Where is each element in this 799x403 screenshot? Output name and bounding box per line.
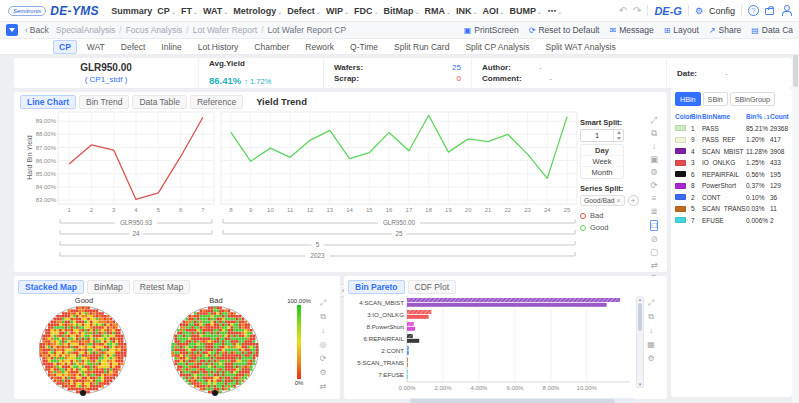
column-header-bin[interactable]: Bin <box>691 113 702 120</box>
select-box-icon[interactable]: □ <box>650 220 657 231</box>
breadcrumb-item[interactable]: Lot Wafer Report CP <box>268 25 347 35</box>
config-button[interactable]: Config <box>709 6 735 16</box>
dense-list-icon[interactable]: ≣ <box>650 207 657 216</box>
add-split-button[interactable] <box>628 195 639 206</box>
frame-icon[interactable]: ▢ <box>650 248 658 257</box>
back-button[interactable]: ‹Back <box>25 25 49 35</box>
nav-item-summary[interactable]: Summary <box>111 6 152 16</box>
nav-item-bitmap[interactable]: BitMap⌄ <box>383 6 419 16</box>
hscroll-thumb[interactable] <box>410 399 615 403</box>
user-icon[interactable] <box>780 5 791 16</box>
wafer-map-good[interactable]: Good <box>18 296 150 401</box>
redo-icon[interactable]: ↷ <box>633 6 641 16</box>
smart-split-option-week[interactable]: Week <box>581 156 623 167</box>
fullscreen-icon[interactable]: ⤢ <box>651 116 658 125</box>
subtab-wat[interactable]: WAT <box>81 40 111 54</box>
nav-item-defect[interactable]: Defect⌄ <box>287 6 321 16</box>
yield-trend-chart[interactable]: 83.00%84.00%85.00%86.00%87.00%88.00%89.0… <box>28 108 580 283</box>
subtab-split-run-card[interactable]: Split Run Card <box>388 40 455 54</box>
scroll-down-icon[interactable]: ▼ <box>638 382 642 387</box>
help-icon[interactable]: ? <box>748 5 759 16</box>
nav-item-more[interactable]: ⋯⌄ <box>547 6 562 16</box>
trend-tab-bin-trend[interactable]: Bin Trend <box>79 95 129 109</box>
column-header-binname[interactable]: BinName <box>702 113 746 120</box>
table-row[interactable]: 7EFUSE0.006%2 <box>675 215 788 227</box>
fullscreen-icon[interactable]: ⤢ <box>320 298 326 307</box>
column-header-count[interactable]: Count <box>770 113 788 120</box>
message-button[interactable]: ✉Message <box>609 25 653 35</box>
gear-icon[interactable]: ⚙ <box>695 6 703 16</box>
bin-tab-hbin[interactable]: HBin <box>675 92 701 106</box>
settings-icon[interactable]: ⚙ <box>650 168 658 177</box>
copy-icon[interactable]: ⧉ <box>651 129 657 138</box>
nav-item-cp[interactable]: CP⌄ <box>157 6 176 16</box>
table-row[interactable]: 6REPAIRFAIL0.56%195 <box>675 169 788 181</box>
subtab-chamber[interactable]: Chamber <box>248 40 295 54</box>
settings-icon[interactable]: ⚙ <box>647 354 654 363</box>
legend-bad[interactable]: Bad <box>580 211 646 220</box>
disable-icon[interactable]: ⊘ <box>650 235 657 244</box>
column-header-bin[interactable]: Bin%↓1 <box>746 113 770 120</box>
grid-icon[interactable]: ▦ <box>647 340 655 349</box>
subtab-q-time[interactable]: Q-Time <box>344 40 384 54</box>
filter-funnel-icon[interactable] <box>6 24 18 36</box>
list-icon[interactable]: ≡ <box>652 194 657 203</box>
nav-item-wip[interactable]: WIP⌄ <box>326 6 349 16</box>
trend-tab-reference[interactable]: Reference <box>190 95 243 109</box>
undo-icon[interactable]: ↶ <box>619 6 627 16</box>
lot-sub-link[interactable]: ( CP1_stdf ) <box>85 75 128 84</box>
bin-tab-sbin[interactable]: SBin <box>703 92 728 106</box>
nav-item-bump[interactable]: BUMP⌄ <box>510 6 543 16</box>
remove-tag-icon[interactable] <box>617 197 621 204</box>
nav-item-ink[interactable]: INK⌄ <box>456 6 478 16</box>
nav-item-aoi[interactable]: AOI⌄ <box>483 6 505 16</box>
smart-split-input[interactable]: 1 <box>580 129 624 142</box>
swap-horizontal-icon[interactable]: ⇄ <box>320 382 327 391</box>
horizontal-scrollbar[interactable] <box>408 398 636 403</box>
table-row[interactable]: 8PowerShort0.37%129 <box>675 180 788 192</box>
trend-tab-data-table[interactable]: Data Table <box>132 95 186 109</box>
printscreen-button[interactable]: ▣PrintScreen <box>464 25 519 35</box>
copy-icon[interactable]: ⧉ <box>648 312 654 321</box>
bin-pareto-chart[interactable]: 0.00%2.00%4.00%6.00%8.00%10.00%4:SCAN_MB… <box>348 296 636 397</box>
table-row[interactable]: 3IO_ONLKG1.25%433 <box>675 157 788 169</box>
nav-item-metrology[interactable]: Metrology⌄ <box>233 6 282 16</box>
refresh-icon[interactable]: ⟳ <box>320 354 327 363</box>
scroll-up-icon[interactable]: ▲ <box>638 297 642 302</box>
smart-split-option-day[interactable]: Day <box>581 145 623 156</box>
brand-logo[interactable]: Semitronix DE-YMS <box>8 4 99 18</box>
table-row[interactable]: 2CONT0.10%36 <box>675 192 788 204</box>
subtab-rework[interactable]: Rework <box>299 40 340 54</box>
pareto-tab-bin-pareto[interactable]: Bin Pareto <box>348 280 405 294</box>
map-tab-stacked-map[interactable]: Stacked Map <box>18 280 84 294</box>
scroll-thumb[interactable] <box>638 303 642 331</box>
settings-icon[interactable]: ⚙ <box>319 368 326 377</box>
smart-split-option-month[interactable]: Month <box>581 167 623 178</box>
target-icon[interactable]: ◎ <box>320 340 327 349</box>
reset-to-default-button[interactable]: ⟳Reset to Default <box>529 25 600 35</box>
download-icon[interactable]: ↓ <box>649 326 653 335</box>
breadcrumb-item[interactable]: SpecialAnalysis <box>56 25 116 35</box>
subtab-split-cp-analysis[interactable]: Split CP Analysis <box>459 40 535 54</box>
copy-icon[interactable]: ⧉ <box>320 312 326 321</box>
table-row[interactable]: 1PASS85.21%29368 <box>675 123 788 135</box>
share-button[interactable]: ↗Share <box>709 25 741 35</box>
page-scrollbar[interactable] <box>792 0 799 403</box>
subtab-lot-history[interactable]: Lot History <box>192 40 245 54</box>
store-icon[interactable] <box>765 8 774 15</box>
map-tab-binmap[interactable]: BinMap <box>87 280 130 294</box>
download-icon[interactable]: ↓ <box>321 326 325 335</box>
nav-item-wat[interactable]: WAT⌄ <box>203 6 228 16</box>
data-ca-button[interactable]: ▤Data Ca <box>751 25 793 35</box>
map-tab-retest-map[interactable]: Retest Map <box>133 280 190 294</box>
swap-horizontal-icon[interactable]: ⇄ <box>650 261 657 270</box>
table-row[interactable]: 9PASS_REF1.20%417 <box>675 134 788 146</box>
fullscreen-icon[interactable]: ⤢ <box>648 298 654 307</box>
series-split-tag[interactable]: Good/Bad <box>580 195 625 206</box>
refresh-icon[interactable]: ⟳ <box>650 181 657 190</box>
layout-button[interactable]: ⊞Layout <box>664 25 699 35</box>
breadcrumb-item[interactable]: Focus Analysis <box>126 25 183 35</box>
subtab-inline[interactable]: Inline <box>155 40 187 54</box>
bin-tab-sbingroup[interactable]: SBinGroup <box>730 92 775 106</box>
de-g-logo[interactable]: DE-G <box>654 5 682 17</box>
